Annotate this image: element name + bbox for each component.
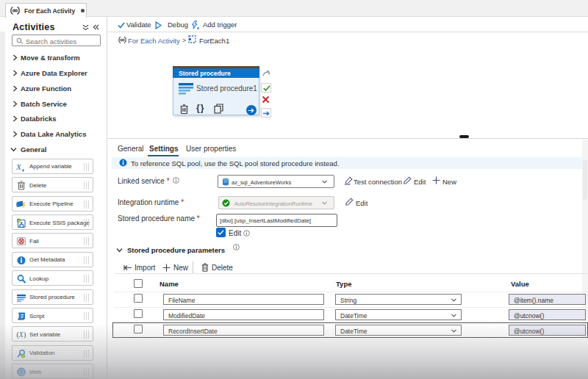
svg-text:+: + xyxy=(18,218,20,223)
svg-text:): ) xyxy=(24,331,26,339)
svg-text:X: X xyxy=(16,162,22,171)
